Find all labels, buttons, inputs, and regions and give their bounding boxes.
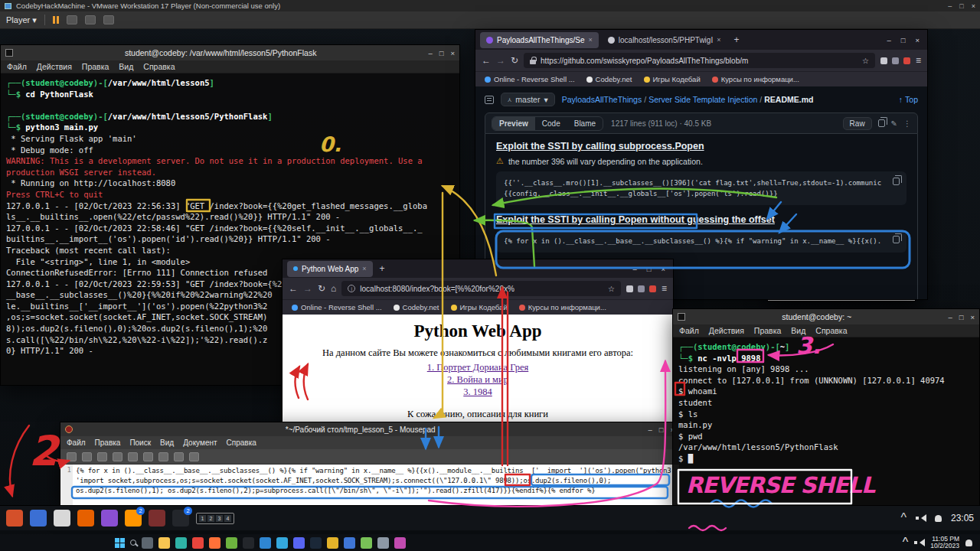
taskbar-app-icon[interactable]: 2 — [172, 510, 189, 527]
close-button[interactable]: × — [450, 49, 455, 57]
taskbar-app-icon[interactable] — [226, 537, 237, 549]
tab-localhost-phptwig[interactable]: localhost/lesson5/PHPTwigI × — [602, 32, 727, 48]
tab-payloadsallthethings[interactable]: PayloadsAllTheThings/Se × — [480, 32, 599, 48]
taskbar-app-icon[interactable] — [327, 537, 338, 549]
taskbar-app-icon[interactable] — [344, 537, 355, 549]
workspace-cell[interactable]: 2 — [207, 515, 214, 522]
taskbar-app-icon[interactable] — [394, 537, 406, 549]
maximize-button[interactable]: □ — [647, 265, 652, 273]
toolbar-icon[interactable] — [97, 452, 107, 461]
taskbar-app-icon[interactable] — [175, 537, 187, 549]
terminal-titlebar[interactable]: student@codeby: ~ – □ × — [673, 309, 979, 324]
url-bar[interactable]: i localhost:8080/index?book=[%%20for%20x… — [341, 281, 621, 296]
taskbar-app-icon[interactable] — [30, 510, 47, 527]
kebab-menu-icon[interactable]: ⋮ — [903, 119, 911, 128]
workspace-pager[interactable]: 1234 — [196, 513, 234, 524]
workspace-cell[interactable]: 1 — [199, 515, 206, 522]
file-tree-icon[interactable] — [485, 96, 494, 104]
minimize-button[interactable]: – — [648, 425, 652, 434]
close-button[interactable]: × — [661, 265, 665, 273]
section-heading[interactable]: Exploit the SSTI by calling subprocess.P… — [496, 141, 906, 152]
breadcrumb-repo-link[interactable]: PayloadsAllTheThings — [562, 95, 642, 104]
menu-item[interactable]: Справка — [815, 326, 847, 335]
tab-code[interactable]: Code — [535, 117, 567, 130]
extension-icon[interactable] — [880, 57, 887, 64]
copy-code-icon[interactable] — [893, 236, 900, 243]
toolbar-icon[interactable] — [174, 452, 184, 461]
terminal-titlebar[interactable]: student@codeby: /var/www/html/lesson5/Py… — [1, 45, 459, 60]
toolbar-icon[interactable] — [158, 452, 168, 461]
minimize-button[interactable]: – — [948, 2, 952, 10]
extension-icon[interactable] — [638, 285, 645, 292]
menu-item[interactable]: Вид — [791, 326, 805, 335]
terminal-output[interactable]: ┌──(student@codeby)-[~]└─$ nc -nvlp 9898… — [673, 337, 979, 506]
taskbar-app-icon[interactable] — [149, 510, 165, 527]
taskbar-app-icon[interactable] — [192, 537, 204, 549]
section-heading[interactable]: Exploit the SSTI by calling Popen withou… — [496, 214, 906, 225]
reload-button[interactable]: ↻ — [318, 283, 325, 294]
site-info-icon[interactable]: i — [348, 285, 355, 292]
menu-item[interactable]: Файл — [679, 326, 699, 335]
bookmark-item[interactable]: Игры Кодебай — [451, 303, 508, 311]
extension-icon[interactable] — [903, 57, 910, 64]
ctrl-alt-del-icon[interactable] — [67, 15, 77, 24]
player-menu[interactable]: Player ▾ — [6, 15, 37, 25]
tab-blame[interactable]: Blame — [567, 117, 603, 130]
vm-clock[interactable]: 23:05 — [951, 513, 974, 523]
notifications-icon[interactable] — [935, 515, 942, 522]
maximize-button[interactable]: □ — [959, 2, 963, 10]
taskbar-app-icon[interactable] — [293, 537, 305, 549]
toolbar-icon[interactable] — [67, 452, 77, 461]
taskbar-app-icon[interactable] — [6, 510, 23, 527]
taskbar-app-icon[interactable] — [310, 537, 322, 549]
book-link[interactable]: 2. Война и мир — [283, 373, 673, 386]
tab-close-icon[interactable]: × — [589, 36, 593, 44]
menu-button[interactable]: ≡ — [916, 55, 921, 66]
taskbar-app-icon[interactable] — [158, 537, 170, 549]
back-button[interactable]: ← — [289, 283, 298, 294]
bookmark-item[interactable]: Игры Кодебай — [644, 75, 701, 83]
toolbar-icon[interactable] — [143, 452, 153, 461]
url-bar[interactable]: https://github.com/swisskyrepo/PayloadsA… — [524, 53, 875, 68]
taskbar-app-icon[interactable]: 2 — [125, 510, 142, 527]
home-button[interactable]: ⌂ — [331, 283, 336, 294]
toolbar-icon[interactable] — [113, 452, 122, 461]
menu-item[interactable]: Действия — [37, 62, 72, 71]
tab-preview[interactable]: Preview — [492, 117, 535, 130]
bookmark-star-icon[interactable]: ☆ — [862, 57, 869, 65]
copy-icon[interactable] — [878, 119, 885, 127]
menu-item[interactable]: Правка — [754, 326, 781, 335]
extension-icon[interactable] — [649, 285, 656, 292]
minimize-button[interactable]: – — [428, 49, 432, 57]
close-button[interactable]: × — [970, 313, 975, 321]
menu-item[interactable]: Справка — [227, 439, 256, 447]
breadcrumb-dir-link[interactable]: Server Side Template Injection — [648, 95, 757, 104]
taskbar-app-icon[interactable] — [276, 537, 288, 549]
volume-icon[interactable] — [914, 539, 924, 547]
edit-pencil-icon[interactable]: ✎ — [891, 119, 897, 128]
bookmark-item[interactable]: Online - Reverse Shell ... — [485, 75, 575, 83]
tab-close-icon[interactable]: × — [362, 265, 366, 272]
minimize-button[interactable]: – — [632, 265, 636, 273]
workspace-cell[interactable]: 4 — [224, 515, 231, 522]
taskbar-app-icon[interactable] — [209, 537, 220, 549]
menu-item[interactable]: Файл — [7, 62, 27, 71]
forward-button[interactable]: → — [303, 283, 312, 294]
copy-code-icon[interactable] — [893, 178, 900, 185]
maximize-button[interactable]: □ — [439, 49, 444, 57]
notifications-icon[interactable] — [965, 540, 972, 546]
tray-expand-icon[interactable]: ^ — [903, 536, 909, 549]
devices-icon[interactable] — [103, 15, 114, 24]
menu-item[interactable]: Вид — [160, 439, 174, 447]
taskbar-app-icon[interactable] — [54, 510, 70, 527]
toolbar-icon[interactable] — [82, 452, 92, 461]
raw-button[interactable]: Raw — [843, 117, 872, 130]
tab-python-web-app[interactable]: Python Web App × — [287, 261, 373, 277]
menu-item[interactable]: Действия — [709, 326, 744, 335]
bookmark-item[interactable]: Codeby.net — [586, 75, 632, 83]
reload-button[interactable]: ↻ — [511, 55, 518, 66]
tray-expand-icon[interactable]: ^ — [900, 511, 906, 525]
extension-icon[interactable] — [892, 57, 899, 64]
book-link[interactable]: 1. Портрет Дориана Грея — [283, 361, 673, 373]
clock[interactable]: 11:05 PM 10/2/2023 — [930, 536, 959, 550]
